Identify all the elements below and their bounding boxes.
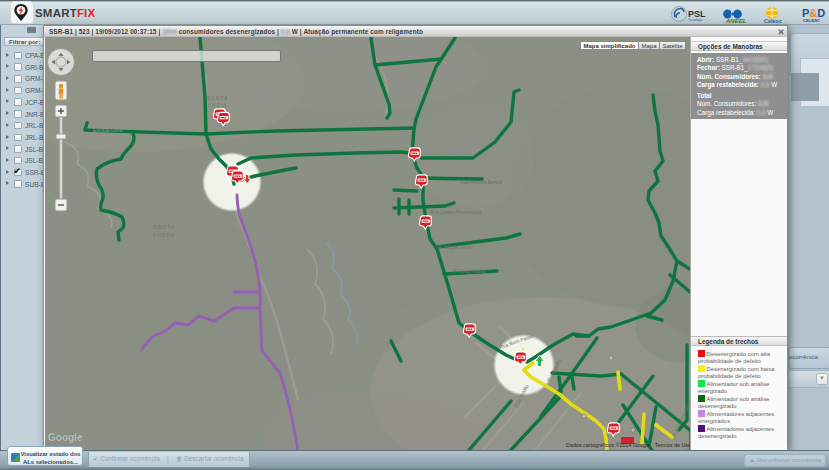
svg-text:ANEEL: ANEEL xyxy=(725,18,747,24)
svg-text:R. Miguel Serril: R. Miguel Serril xyxy=(438,245,471,250)
svg-text:R. Lindo Mundi: R. Lindo Mundi xyxy=(453,269,485,274)
svg-text:Celesc: Celesc xyxy=(764,18,782,24)
svg-text:SANTA: SANTA xyxy=(207,96,229,101)
svg-text:CELESC: CELESC xyxy=(803,18,820,23)
svg-text:GROTA: GROTA xyxy=(153,225,176,230)
svg-text:FUNDA: FUNDA xyxy=(153,233,176,238)
svg-text:Rua Carlos Pomerening: Rua Carlos Pomerening xyxy=(430,210,482,215)
svg-text:Tecnologia: Tecnologia xyxy=(688,18,703,22)
svg-text:LUZIA: LUZIA xyxy=(208,103,228,108)
svg-text:Rua Hercílio Bertolli: Rua Hercílio Bertolli xyxy=(460,180,502,185)
svg-text:Estrada Geral: Estrada Geral xyxy=(93,128,123,133)
